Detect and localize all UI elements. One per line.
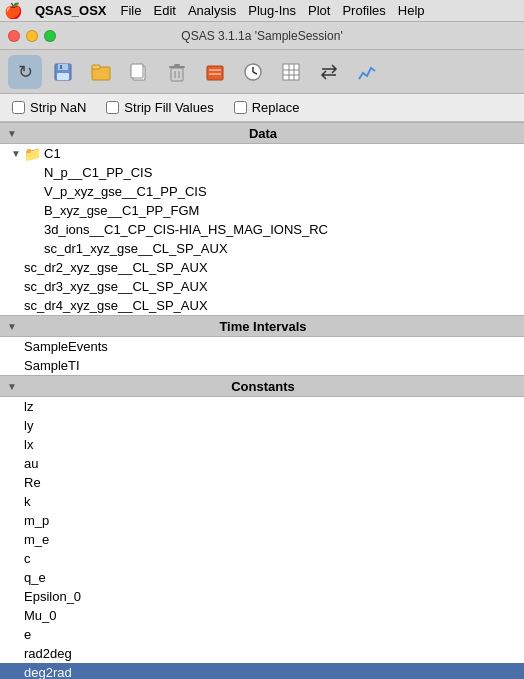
- item-label: SampleEvents: [24, 339, 108, 354]
- list-item[interactable]: rad2deg: [0, 644, 524, 663]
- list-item[interactable]: SampleTI: [0, 356, 524, 375]
- svg-rect-14: [209, 69, 221, 71]
- list-item[interactable]: au: [0, 454, 524, 473]
- replace-label: Replace: [252, 100, 300, 115]
- window-title: QSAS 3.1.1a 'SampleSession': [181, 29, 342, 43]
- list-item[interactable]: Re: [0, 473, 524, 492]
- list-item[interactable]: Mu_0: [0, 606, 524, 625]
- item-label: Epsilon_0: [24, 589, 81, 604]
- strip-nan-label: Strip NaN: [30, 100, 86, 115]
- list-item[interactable]: B_xyz_gse__C1_PP_FGM: [0, 201, 524, 220]
- list-item[interactable]: sc_dr2_xyz_gse__CL_SP_AUX: [0, 258, 524, 277]
- menu-plugins[interactable]: Plug-Ins: [242, 0, 302, 22]
- list-item[interactable]: Epsilon_0: [0, 587, 524, 606]
- list-item[interactable]: N_p__C1_PP_CIS: [0, 163, 524, 182]
- appname-menu[interactable]: QSAS_OSX: [29, 0, 113, 22]
- list-item[interactable]: c: [0, 549, 524, 568]
- data-section-label: Data: [22, 126, 504, 141]
- svg-rect-19: [283, 64, 299, 80]
- strip-nan-check[interactable]: Strip NaN: [12, 100, 86, 115]
- import-button[interactable]: [198, 55, 232, 89]
- item-label: SampleTI: [24, 358, 80, 373]
- item-label: Mu_0: [24, 608, 57, 623]
- list-item[interactable]: sc_dr4_xyz_gse__CL_SP_AUX: [0, 296, 524, 315]
- open-button[interactable]: [84, 55, 118, 89]
- list-item[interactable]: k: [0, 492, 524, 511]
- apple-menu-icon[interactable]: 🍎: [4, 2, 23, 20]
- list-item[interactable]: lx: [0, 435, 524, 454]
- strip-fill-checkbox[interactable]: [106, 101, 119, 114]
- c1-toggle-icon[interactable]: ▼: [8, 146, 24, 162]
- item-label: sc_dr1_xyz_gse__CL_SP_AUX: [44, 241, 228, 256]
- time-intervals-section-toggle[interactable]: ▼: [4, 318, 20, 334]
- list-item[interactable]: q_e: [0, 568, 524, 587]
- chart-button[interactable]: [350, 55, 384, 89]
- list-item[interactable]: SampleEvents: [0, 337, 524, 356]
- minimize-button[interactable]: [26, 30, 38, 42]
- item-label: m_e: [24, 532, 49, 547]
- item-label: deg2rad: [24, 665, 72, 679]
- delete-button[interactable]: [160, 55, 194, 89]
- list-item[interactable]: lz: [0, 397, 524, 416]
- list-item[interactable]: e: [0, 625, 524, 644]
- constants-section-toggle[interactable]: ▼: [4, 378, 20, 394]
- item-label: rad2deg: [24, 646, 72, 661]
- menu-profiles[interactable]: Profiles: [336, 0, 391, 22]
- item-label: sc_dr4_xyz_gse__CL_SP_AUX: [24, 298, 208, 313]
- svg-rect-5: [92, 65, 100, 69]
- list-item[interactable]: sc_dr1_xyz_gse__CL_SP_AUX: [0, 239, 524, 258]
- list-item[interactable]: 3d_ions__C1_CP_CIS-HIA_HS_MAG_IONS_RC: [0, 220, 524, 239]
- svg-rect-3: [60, 65, 62, 69]
- toolbar: ↻: [0, 50, 524, 94]
- menu-file[interactable]: File: [115, 0, 148, 22]
- data-section-header[interactable]: ▼ Data: [0, 122, 524, 144]
- svg-rect-2: [57, 73, 69, 80]
- svg-rect-9: [169, 66, 185, 68]
- replace-check[interactable]: Replace: [234, 100, 300, 115]
- item-label: sc_dr2_xyz_gse__CL_SP_AUX: [24, 260, 208, 275]
- item-label: lz: [24, 399, 33, 414]
- time-intervals-section-header[interactable]: ▼ Time Intervals: [0, 315, 524, 337]
- menubar: 🍎 QSAS_OSX File Edit Analysis Plug-Ins P…: [0, 0, 524, 22]
- list-item[interactable]: ly: [0, 416, 524, 435]
- save-button[interactable]: [46, 55, 80, 89]
- tree-item-c1[interactable]: ▼ 📁 C1: [0, 144, 524, 163]
- menu-help[interactable]: Help: [392, 0, 431, 22]
- item-label: m_p: [24, 513, 49, 528]
- transfer-button[interactable]: [312, 55, 346, 89]
- close-button[interactable]: [8, 30, 20, 42]
- item-label: N_p__C1_PP_CIS: [44, 165, 152, 180]
- svg-rect-15: [209, 73, 221, 75]
- list-item[interactable]: sc_dr3_xyz_gse__CL_SP_AUX: [0, 277, 524, 296]
- grid-button[interactable]: [274, 55, 308, 89]
- list-item[interactable]: m_p: [0, 511, 524, 530]
- titlebar: QSAS 3.1.1a 'SampleSession': [0, 22, 524, 50]
- menu-plot[interactable]: Plot: [302, 0, 336, 22]
- item-label: sc_dr3_xyz_gse__CL_SP_AUX: [24, 279, 208, 294]
- item-label: c: [24, 551, 31, 566]
- clock-button[interactable]: [236, 55, 270, 89]
- menu-analysis[interactable]: Analysis: [182, 0, 242, 22]
- maximize-button[interactable]: [44, 30, 56, 42]
- svg-rect-7: [131, 64, 143, 78]
- main-content: ▼ Data ▼ 📁 C1 N_p__C1_PP_CIS V_p_xyz_gse…: [0, 122, 524, 679]
- strip-fill-check[interactable]: Strip Fill Values: [106, 100, 213, 115]
- list-item-selected[interactable]: deg2rad: [0, 663, 524, 679]
- menu-edit[interactable]: Edit: [147, 0, 181, 22]
- strip-fill-label: Strip Fill Values: [124, 100, 213, 115]
- strip-nan-checkbox[interactable]: [12, 101, 25, 114]
- replace-checkbox[interactable]: [234, 101, 247, 114]
- item-label: k: [24, 494, 31, 509]
- refresh-button[interactable]: ↻: [8, 55, 42, 89]
- constants-section-header[interactable]: ▼ Constants: [0, 375, 524, 397]
- list-item[interactable]: V_p_xyz_gse__C1_PP_CIS: [0, 182, 524, 201]
- copy-button[interactable]: [122, 55, 156, 89]
- constants-section-label: Constants: [22, 379, 504, 394]
- item-label: Re: [24, 475, 41, 490]
- data-section-toggle[interactable]: ▼: [4, 125, 20, 141]
- item-label: lx: [24, 437, 33, 452]
- folder-icon: 📁: [24, 146, 41, 162]
- svg-rect-10: [174, 64, 180, 66]
- list-item[interactable]: m_e: [0, 530, 524, 549]
- svg-rect-8: [171, 68, 183, 81]
